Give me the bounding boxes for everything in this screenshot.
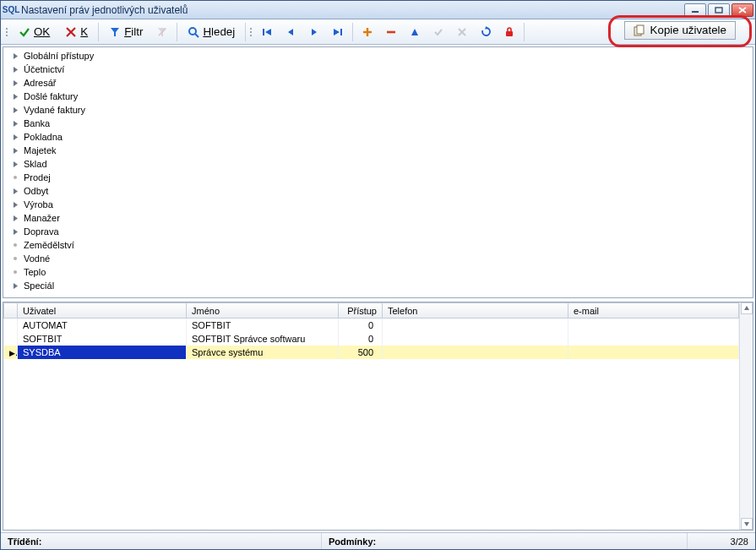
row-indicator-header[interactable] xyxy=(4,303,18,319)
tree-item[interactable]: Pokladna xyxy=(7,130,753,144)
leaf-dot-icon xyxy=(10,267,20,277)
ok-button[interactable]: OK xyxy=(11,23,57,41)
cell-email[interactable] xyxy=(568,319,739,332)
lock-button[interactable] xyxy=(498,23,521,41)
lock-icon xyxy=(503,26,515,38)
tree-item-label: Sklad xyxy=(24,159,47,169)
tree-item[interactable]: Banka xyxy=(7,117,753,130)
refresh-icon xyxy=(480,26,492,38)
grid-scroll[interactable]: Uživatel Jméno Přístup Telefon e-mail AU… xyxy=(3,302,739,530)
tree-item[interactable]: Vydané faktury xyxy=(7,103,753,117)
svg-marker-30 xyxy=(14,94,18,100)
nav-prev-button[interactable] xyxy=(279,23,302,41)
grid-vscrollbar[interactable] xyxy=(739,302,753,530)
app-icon: SQL xyxy=(4,3,18,17)
add-button[interactable] xyxy=(356,23,379,41)
cell-phone[interactable] xyxy=(383,319,568,332)
tree-item[interactable]: Odbyt xyxy=(7,184,753,198)
cell-access[interactable]: 500 xyxy=(339,346,383,359)
refresh-button[interactable] xyxy=(474,23,498,41)
tree-item[interactable]: Speciál xyxy=(7,279,753,292)
col-user[interactable]: Uživatel xyxy=(18,303,187,319)
tree-item[interactable]: Adresář xyxy=(7,76,753,90)
chevron-right-icon[interactable] xyxy=(10,213,20,223)
cell-phone[interactable] xyxy=(383,346,568,359)
funnel-icon xyxy=(109,26,121,38)
nav-first-button[interactable] xyxy=(255,23,279,41)
chevron-right-icon[interactable] xyxy=(10,64,20,74)
prev-icon xyxy=(285,26,296,38)
tree-item[interactable]: Zemědělství xyxy=(7,238,753,252)
svg-rect-24 xyxy=(506,31,513,36)
tree-item[interactable]: Sklad xyxy=(7,157,753,171)
svg-marker-20 xyxy=(411,29,418,35)
tree-item[interactable]: Doprava xyxy=(7,225,753,238)
chevron-right-icon[interactable] xyxy=(10,132,20,142)
cell-phone[interactable] xyxy=(383,332,568,346)
filtr-button[interactable]: Filtr xyxy=(101,23,150,41)
copy-user-icon xyxy=(634,25,645,36)
row-indicator xyxy=(4,332,18,346)
cell-access[interactable]: 0 xyxy=(339,319,383,332)
nav-next-button[interactable] xyxy=(302,23,326,41)
chevron-right-icon[interactable] xyxy=(10,51,20,61)
tree-item[interactable]: Manažer xyxy=(7,211,753,225)
scroll-up-icon[interactable] xyxy=(741,302,753,314)
window-title: Nastavení práv jednotlivých uživatelů xyxy=(18,4,684,16)
tree-item[interactable]: Prodej xyxy=(7,171,753,184)
cell-user[interactable]: SYSDBA xyxy=(18,346,187,359)
chevron-right-icon[interactable] xyxy=(10,118,20,128)
cell-user[interactable]: SOFTBIT xyxy=(18,332,187,346)
tree-item[interactable]: Došlé faktury xyxy=(7,90,753,103)
kopie-uzivatele-button[interactable]: Kopie uživatele xyxy=(624,21,736,40)
post-button xyxy=(427,23,450,41)
scroll-down-icon[interactable] xyxy=(741,518,753,530)
tree-item-label: Vodné xyxy=(24,253,50,264)
col-email[interactable]: e-mail xyxy=(568,303,739,319)
chevron-right-icon[interactable] xyxy=(10,91,20,101)
cell-name[interactable]: SOFTBIT Správce softwaru xyxy=(187,332,339,346)
cell-email[interactable] xyxy=(568,332,739,346)
chevron-right-icon[interactable] xyxy=(10,159,20,169)
cell-access[interactable]: 0 xyxy=(339,332,383,346)
konec-button[interactable]: K xyxy=(57,23,95,41)
cancel-edit-button xyxy=(450,23,474,41)
tree-pane[interactable]: Globální přístupyÚčetnictvíAdresářDošlé … xyxy=(3,46,753,298)
cell-name[interactable]: Správce systému xyxy=(187,346,339,359)
tree-item[interactable]: Výroba xyxy=(7,198,753,211)
col-phone[interactable]: Telefon xyxy=(383,303,568,319)
tree-item[interactable]: Majetek xyxy=(7,144,753,157)
table-row[interactable]: SYSDBASprávce systému500 xyxy=(4,346,739,359)
svg-rect-26 xyxy=(637,25,644,34)
chevron-right-icon[interactable] xyxy=(10,199,20,210)
remove-button[interactable] xyxy=(379,23,403,41)
col-access[interactable]: Přístup xyxy=(339,303,383,319)
svg-marker-33 xyxy=(14,134,18,140)
status-conditions: Podmínky: xyxy=(322,533,688,549)
table-row[interactable]: AUTOMATSOFTBIT0 xyxy=(4,319,739,332)
chevron-right-icon[interactable] xyxy=(10,280,20,291)
cell-name[interactable]: SOFTBIT xyxy=(187,319,339,332)
nav-last-button[interactable] xyxy=(326,23,350,41)
svg-marker-41 xyxy=(744,306,749,310)
col-name[interactable]: Jméno xyxy=(187,303,339,319)
clear-filter-button xyxy=(150,23,174,41)
tree-item[interactable]: Účetnictví xyxy=(7,63,753,76)
chevron-right-icon[interactable] xyxy=(10,186,20,196)
chevron-right-icon[interactable] xyxy=(10,105,20,115)
chevron-right-icon[interactable] xyxy=(10,145,20,155)
magnifier-icon xyxy=(188,26,199,38)
chevron-right-icon[interactable] xyxy=(10,226,20,237)
tree-item-label: Majetek xyxy=(24,145,57,155)
tree-item[interactable]: Vodné xyxy=(7,252,753,265)
tree-item[interactable]: Teplo xyxy=(7,265,753,279)
cell-email[interactable] xyxy=(568,346,739,359)
chevron-right-icon[interactable] xyxy=(10,78,20,88)
svg-marker-35 xyxy=(14,161,18,167)
table-row[interactable]: SOFTBITSOFTBIT Správce softwaru0 xyxy=(4,332,739,346)
hledej-button[interactable]: Hledej xyxy=(180,23,242,41)
tree-item[interactable]: Globální přístupy xyxy=(7,49,753,63)
cell-user[interactable]: AUTOMAT xyxy=(18,319,187,332)
edit-button[interactable] xyxy=(403,23,427,41)
leaf-dot-icon xyxy=(10,172,20,182)
